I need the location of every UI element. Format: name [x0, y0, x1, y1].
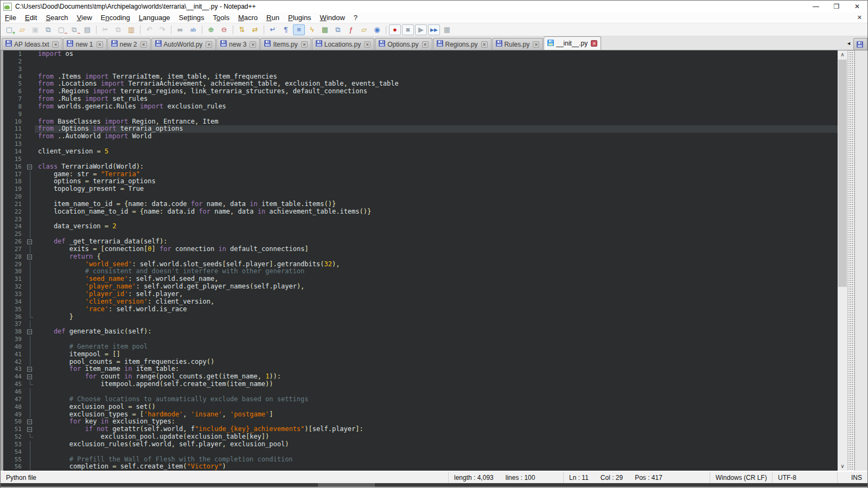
code-line-29[interactable]: 29'world_seed': self.world.slot_seeds[se…: [3, 261, 838, 268]
menu-run[interactable]: Run: [262, 13, 284, 22]
redo-button[interactable]: ↷: [156, 24, 168, 35]
code-line-52[interactable]: 52exclusion_pool.update(exclusion_table[…: [3, 433, 838, 441]
menu-settings[interactable]: Settings: [175, 13, 209, 22]
code-line-16[interactable]: 16class TerrariaWorld(World):: [3, 163, 838, 171]
save-button[interactable]: ▣: [29, 24, 41, 35]
code-line-30[interactable]: 30# consistent and doesn't interfere wit…: [3, 268, 838, 275]
code-line-1[interactable]: 1import os: [3, 50, 838, 58]
tab-Locations.py[interactable]: Locations.py✕: [312, 38, 374, 50]
code-line-25[interactable]: 25: [3, 230, 838, 238]
code-line-51[interactable]: 51if not getattr(self.world, f"include_{…: [3, 426, 838, 433]
code-line-39[interactable]: 39: [3, 336, 838, 343]
code-line-35[interactable]: 35'race': self.world.is_race: [3, 306, 838, 313]
tab-close-icon[interactable]: ✕: [206, 41, 212, 48]
document-close-icon[interactable]: ✕: [857, 14, 862, 21]
close-button[interactable]: ▢−: [55, 24, 67, 35]
code-line-26[interactable]: 26def _get_terraria_data(self):: [3, 238, 838, 246]
sync-vertical-scroll-button[interactable]: ⇅: [236, 24, 248, 35]
macro-save-button[interactable]: ▦: [441, 24, 453, 35]
code-line-40[interactable]: 40# Generate item pool: [3, 343, 838, 351]
code-line-10[interactable]: 10from BaseClasses import Region, Entran…: [3, 118, 838, 126]
code-line-54[interactable]: 54: [3, 448, 838, 456]
zoom-in-button[interactable]: ⊕: [205, 24, 217, 35]
tab-Rules.py[interactable]: Rules.py✕: [492, 38, 544, 50]
tab-scroll-left-icon[interactable]: ◄: [844, 41, 853, 46]
document-map-button[interactable]: ▦: [319, 24, 331, 35]
code-line-11[interactable]: 11from .Options import terraria_options: [3, 125, 838, 133]
code-line-27[interactable]: 27exits = [connection[0] for connection …: [3, 246, 838, 253]
fold-collapse-icon[interactable]: [26, 365, 35, 373]
code-line-49[interactable]: 49exclusion_types = ['hardmode', 'insane…: [3, 411, 838, 419]
tab-close-icon[interactable]: ✕: [97, 41, 103, 48]
menu-macro[interactable]: Macro: [234, 13, 262, 22]
code-line-19[interactable]: 19topology_present = True: [3, 185, 838, 193]
code-line-28[interactable]: 28return {: [3, 253, 838, 261]
sync-horizontal-scroll-button[interactable]: ⇄: [249, 24, 261, 35]
tab-new-2[interactable]: new 2✕: [107, 38, 151, 50]
code-line-38[interactable]: 38def generate_basic(self):: [3, 328, 838, 336]
macro-record-button[interactable]: ●: [389, 24, 401, 35]
tab-close-icon[interactable]: ✕: [250, 41, 256, 48]
tab-close-icon[interactable]: ✕: [591, 40, 597, 47]
undo-button[interactable]: ↶: [143, 24, 155, 35]
folder-as-workspace-button[interactable]: ▱: [358, 24, 370, 35]
code-line-12[interactable]: 12from ..AutoWorld import World: [3, 133, 838, 140]
menu-file[interactable]: File: [1, 13, 21, 22]
code-line-13[interactable]: 13: [3, 140, 838, 148]
code-line-7[interactable]: 7from .Rules import set_rules: [3, 95, 838, 103]
code-line-53[interactable]: 53exclusion_rules(self.world, self.playe…: [3, 441, 838, 448]
menu-view[interactable]: View: [73, 13, 97, 22]
fold-collapse-icon[interactable]: [26, 418, 35, 426]
menu-edit[interactable]: Edit: [21, 13, 41, 22]
tab-AutoWorld.py[interactable]: AutoWorld.py✕: [151, 38, 216, 50]
code-line-33[interactable]: 33'player_id': self.player,: [3, 291, 838, 298]
collapsed-second-view[interactable]: [854, 50, 867, 471]
tab-close-icon[interactable]: ✕: [481, 41, 488, 48]
code-line-34[interactable]: 34'client_version': client_version,: [3, 298, 838, 306]
word-wrap-button[interactable]: ↵: [267, 24, 279, 35]
fold-collapse-icon[interactable]: [26, 426, 35, 433]
overflow-tab-sliver[interactable]: [853, 38, 867, 50]
close-all-button[interactable]: ⧉−: [68, 24, 80, 35]
code-line-48[interactable]: 48exclusion_pool = set(): [3, 403, 838, 411]
tab-Regions.py[interactable]: Regions.py✕: [433, 38, 492, 50]
scrollbar-thumb[interactable]: [838, 60, 847, 287]
tab-Items.py[interactable]: Items.py✕: [260, 38, 311, 50]
user-defined-language-button[interactable]: ϟ: [306, 24, 318, 35]
code-line-41[interactable]: 41itempool = []: [3, 351, 838, 358]
print-button[interactable]: ▤: [81, 24, 93, 35]
restore-button[interactable]: ❐: [826, 1, 847, 12]
fold-collapse-icon[interactable]: [26, 163, 35, 171]
scroll-up-arrow-icon[interactable]: ∧: [838, 50, 847, 59]
code-line-20[interactable]: 20: [3, 193, 838, 201]
tab-close-icon[interactable]: ✕: [141, 41, 147, 48]
macro-run-multiple-button[interactable]: ▶▶: [428, 24, 440, 35]
code-line-3[interactable]: 3: [3, 66, 838, 73]
replace-button[interactable]: ab: [187, 24, 199, 35]
new-file-button[interactable]: ▢+: [3, 24, 15, 35]
minimize-button[interactable]: —: [806, 1, 826, 12]
code-line-14[interactable]: 14client_version = 5: [3, 148, 838, 156]
macro-stop-button[interactable]: ■: [402, 24, 414, 35]
code-line-9[interactable]: 9: [3, 111, 838, 118]
code-line-45[interactable]: 45itempool.append(self.create_item(item_…: [3, 381, 838, 388]
vertical-scrollbar[interactable]: ∧ ∨: [838, 50, 847, 471]
menu-window[interactable]: Window: [316, 13, 349, 22]
code-line-31[interactable]: 31'seed_name': self.world.seed_name,: [3, 275, 838, 283]
fold-collapse-icon[interactable]: [26, 253, 35, 261]
menu-tools[interactable]: Tools: [209, 13, 234, 22]
save-all-button[interactable]: ⧉: [42, 24, 54, 35]
code-view[interactable]: 1import os234from .Items import Terraria…: [3, 50, 838, 471]
encoding-label[interactable]: UTF-8: [778, 474, 796, 481]
code-line-36[interactable]: 36}: [3, 313, 838, 321]
code-line-23[interactable]: 23: [3, 216, 838, 223]
code-line-47[interactable]: 47# Choose locations to automatically ex…: [3, 396, 838, 403]
code-line-2[interactable]: 2: [3, 58, 838, 66]
show-indent-guide-button[interactable]: ≡: [293, 24, 305, 35]
show-all-characters-button[interactable]: ¶: [280, 24, 292, 35]
scroll-down-arrow-icon[interactable]: ∨: [838, 462, 847, 471]
cut-button[interactable]: ✂: [99, 24, 111, 35]
view-splitter-grip[interactable]: [847, 50, 854, 471]
find-button[interactable]: ∞: [174, 24, 186, 35]
code-line-4[interactable]: 4from .Items import TerrariaItem, item_t…: [3, 73, 838, 81]
